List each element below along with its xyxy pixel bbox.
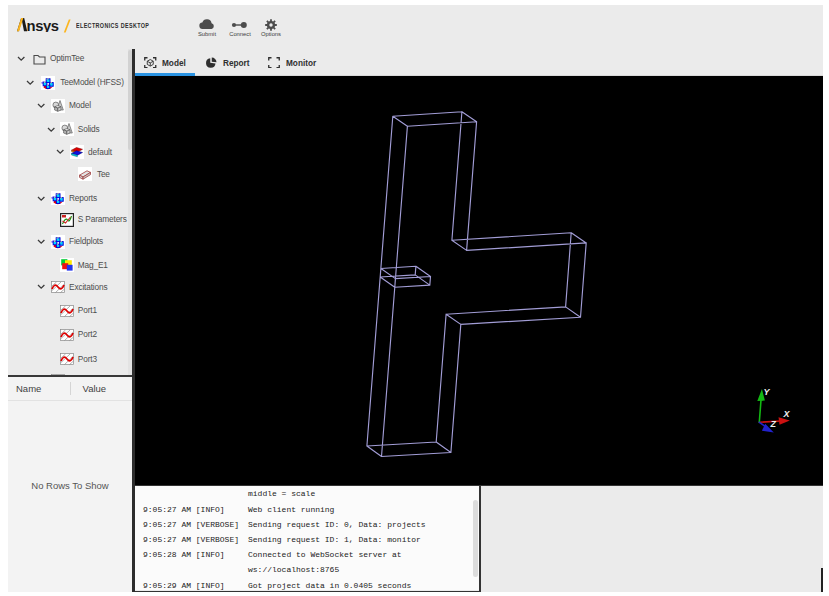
svg-text:Z: Z: [769, 419, 776, 429]
svg-text:X: X: [782, 409, 790, 419]
svg-text:nsys: nsys: [27, 18, 59, 32]
svg-text:Y: Y: [763, 387, 770, 397]
